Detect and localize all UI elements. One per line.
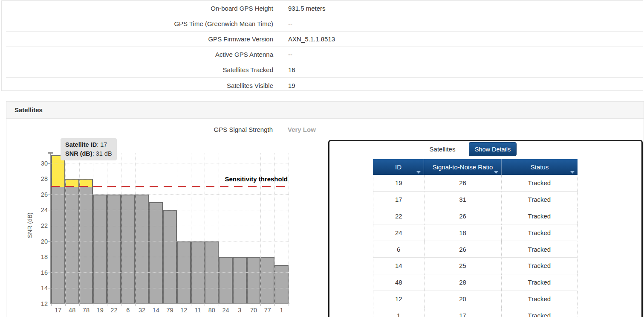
table-row: 1220Tracked bbox=[373, 291, 578, 308]
satellites-panel-title: Satellites bbox=[415, 145, 470, 153]
table-cell: Tracked bbox=[501, 208, 577, 224]
info-value: 16 bbox=[288, 66, 295, 73]
info-row: GPS Time (Greenwich Mean Time)-- bbox=[6, 16, 643, 32]
satellites-panel: Satellites Show Details IDSignal-to-Nois… bbox=[328, 140, 643, 317]
table-cell: Tracked bbox=[501, 291, 577, 307]
table-cell: 20 bbox=[424, 291, 501, 307]
info-value: -- bbox=[288, 20, 292, 27]
info-row: Satellites Tracked16 bbox=[6, 62, 643, 78]
table-row: 2226Tracked bbox=[373, 208, 578, 225]
table-cell: 6 bbox=[373, 241, 424, 257]
info-label: GPS Firmware Version bbox=[6, 35, 273, 43]
table-cell: 18 bbox=[424, 224, 501, 241]
table-cell: 24 bbox=[373, 224, 424, 241]
info-value: 931.5 meters bbox=[288, 5, 326, 12]
table-row: 117Tracked bbox=[373, 307, 578, 317]
table-cell: Tracked bbox=[501, 175, 577, 191]
table-cell: Tracked bbox=[501, 192, 577, 208]
info-value: AXN_5.1.1.8513 bbox=[288, 35, 335, 43]
column-header-label: ID bbox=[395, 163, 401, 171]
table-cell: 28 bbox=[424, 274, 501, 291]
table-cell: 22 bbox=[373, 208, 424, 224]
table-cell: Tracked bbox=[501, 258, 577, 274]
info-row: Satellites Visible19 bbox=[6, 78, 643, 93]
info-row: Active GPS Antenna-- bbox=[6, 47, 643, 62]
column-header-status[interactable]: Status bbox=[501, 159, 578, 175]
table-cell: 12 bbox=[373, 291, 424, 307]
table-cell: 17 bbox=[373, 192, 424, 208]
info-label: On-board GPS Height bbox=[6, 5, 273, 12]
table-cell: 19 bbox=[373, 175, 424, 191]
column-header-id[interactable]: ID bbox=[373, 159, 424, 175]
info-row: GPS Firmware VersionAXN_5.1.1.8513 bbox=[6, 32, 643, 47]
show-details-button[interactable]: Show Details bbox=[469, 142, 517, 156]
sort-down-icon bbox=[416, 171, 421, 174]
table-cell: 31 bbox=[424, 192, 501, 208]
table-cell: 25 bbox=[424, 258, 501, 274]
satellites-table-body: 1926Tracked1731Tracked2226Tracked2418Tra… bbox=[373, 175, 578, 317]
table-cell: 14 bbox=[373, 258, 424, 274]
satellites-table: IDSignal-to-Noise RatioStatus 1926Tracke… bbox=[373, 159, 578, 317]
table-cell: 1 bbox=[373, 307, 424, 317]
table-row: 2418Tracked bbox=[373, 224, 578, 241]
table-row: 1731Tracked bbox=[373, 192, 578, 208]
info-label: Satellites Tracked bbox=[6, 66, 273, 73]
table-cell: Tracked bbox=[501, 274, 577, 291]
info-value: -- bbox=[288, 51, 292, 58]
gps-signal-strength-label: GPS Signal Strength bbox=[0, 126, 273, 133]
info-label: Active GPS Antenna bbox=[6, 51, 273, 58]
info-label: Satellites Visible bbox=[6, 82, 273, 89]
table-cell: Tracked bbox=[501, 224, 577, 241]
column-header-signal-to-noise-ratio[interactable]: Signal-to-Noise Ratio bbox=[424, 159, 501, 175]
column-header-label: Status bbox=[531, 163, 549, 171]
table-row: 1425Tracked bbox=[373, 258, 578, 274]
info-row: On-board GPS Height931.5 meters bbox=[6, 1, 643, 16]
table-row: 626Tracked bbox=[373, 241, 578, 258]
info-value: 19 bbox=[288, 82, 295, 89]
satellites-section-title: Satellites bbox=[6, 102, 644, 119]
satellites-table-header: IDSignal-to-Noise RatioStatus bbox=[373, 159, 578, 175]
table-cell: 26 bbox=[424, 208, 501, 224]
gps-info-card: On-board GPS Height931.5 metersGPS Time … bbox=[1, 0, 643, 91]
sort-down-icon bbox=[570, 171, 575, 174]
table-cell: 26 bbox=[424, 175, 501, 191]
page: On-board GPS Height931.5 metersGPS Time … bbox=[0, 0, 644, 317]
table-cell: Tracked bbox=[501, 307, 577, 317]
gps-signal-strength-value: Very Low bbox=[288, 126, 316, 133]
table-row: 1926Tracked bbox=[373, 175, 578, 192]
table-row: 4828Tracked bbox=[373, 274, 578, 291]
column-header-label: Signal-to-Noise Ratio bbox=[433, 163, 493, 171]
table-cell: 26 bbox=[424, 241, 501, 257]
table-cell: 48 bbox=[373, 274, 424, 291]
table-cell: Tracked bbox=[501, 241, 577, 257]
info-label: GPS Time (Greenwich Mean Time) bbox=[6, 20, 273, 27]
table-cell: 17 bbox=[424, 307, 501, 317]
sort-down-icon bbox=[494, 171, 498, 174]
